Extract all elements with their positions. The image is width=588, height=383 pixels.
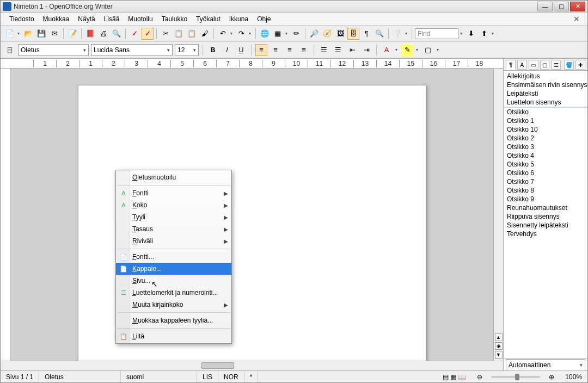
paste-icon[interactable]: 📋 [186,28,198,40]
status-nor[interactable]: NOR [218,371,244,382]
bullets-icon[interactable]: ☰ [332,44,344,56]
status-ins[interactable]: LIS [197,371,218,382]
menu-lisaa[interactable]: Lisää [100,14,124,24]
vertical-ruler[interactable] [1,69,10,361]
minimize-button[interactable]: — [537,2,553,11]
align-center-icon[interactable]: ≡ [270,44,281,56]
new-doc-icon[interactable]: 📄 [4,28,16,40]
zoom-icon[interactable]: 🔍 [373,28,385,40]
zoom-out-icon[interactable]: ⊖ [471,371,488,382]
style-item[interactable]: Otsikko 10 [504,125,587,134]
indent-inc-icon[interactable]: ⇥ [360,44,372,56]
page-styles-tab[interactable]: ▢ [540,60,550,70]
style-item[interactable]: Otsikko 1 [504,116,587,125]
cut-icon[interactable]: ✂ [160,28,171,40]
style-item[interactable]: Otsikko 9 [504,195,587,203]
style-item[interactable]: Allekirjoitus [504,72,587,81]
spellcheck-icon[interactable]: ✓ [128,28,140,40]
find-next-icon[interactable]: ⬆ [478,28,490,40]
style-item[interactable]: Otsikko 6 [504,169,587,177]
context-menu-item[interactable]: 📄Kappale... [116,263,231,275]
char-styles-tab[interactable]: A [517,60,527,70]
context-menu-item[interactable]: 📋Liitä [116,330,231,342]
gallery-icon[interactable]: 🖼 [334,28,346,40]
styles-icon[interactable]: ⌸ [4,44,16,56]
style-item[interactable]: Riippuva sisennys [504,212,587,221]
undo-icon[interactable]: ↶ [217,28,229,40]
preview-icon[interactable]: 🔍 [111,28,122,40]
style-item[interactable]: Ensimmäisen rivin sisennys [504,81,587,89]
context-menu-item[interactable]: Tasaus▶ [116,223,231,235]
nav-up-icon[interactable]: ▲ [495,333,503,341]
indent-dec-icon[interactable]: ⇤ [346,44,358,56]
style-item[interactable]: Otsikko [504,108,587,116]
context-menu-item[interactable]: ☰Luettelomerkit ja numerointi... [116,287,231,299]
draw-icon[interactable]: ✏ [290,28,302,40]
document-canvas[interactable] [10,69,493,361]
copy-icon[interactable]: 📋 [173,28,185,40]
context-menu-item[interactable]: AKoko▶ [116,199,231,211]
menu-ikkuna[interactable]: Ikkuna [225,14,253,24]
horizontal-ruler[interactable]: 12123456789101112131415161718 [1,59,503,69]
find-prev-icon[interactable]: ⬇ [465,28,477,40]
context-menu-item[interactable]: Oletusmuotoilu [116,171,231,183]
style-item[interactable]: Tervehdys [504,230,587,238]
context-menu-item[interactable]: Sivu... [116,275,231,287]
style-item[interactable]: Leipäteksti [504,89,587,98]
find-toolbar-input[interactable]: Find [415,28,458,39]
frame-styles-tab[interactable]: ▭ [529,60,538,70]
view-layout-icon[interactable]: ▤ ▦ 📖 [437,371,472,382]
menu-muotoilu[interactable]: Muotoilu [124,14,157,24]
zoom-in-icon[interactable]: ⊕ [543,371,560,382]
nonprinting-icon[interactable]: ¶ [360,28,372,40]
list-styles-tab[interactable]: ☰ [551,60,561,70]
menu-taulukko[interactable]: Taulukko [157,14,192,24]
highlight-icon[interactable]: ✎ [401,44,413,56]
zoom-slider[interactable] [491,376,540,378]
horizontal-scrollbar[interactable] [1,361,503,370]
style-item[interactable]: Otsikko 3 [504,143,587,151]
context-menu-item[interactable]: 📄Fontti... [116,251,231,263]
font-size-combo[interactable]: 12▾ [175,44,199,56]
pdf-icon[interactable]: 📕 [84,28,96,40]
style-item[interactable]: Otsikko 4 [504,151,587,160]
font-color-icon[interactable]: A [381,44,393,56]
scroll-thumb[interactable] [201,362,234,369]
style-item[interactable]: Otsikko 2 [504,134,587,143]
table-icon[interactable]: ▦ [272,28,284,40]
context-menu-item[interactable]: Muokkaa kappaleen tyyliä... [116,314,231,326]
autospell-icon[interactable]: ✓ [142,28,154,40]
format-paintbrush-icon[interactable]: 🖌 [199,28,211,40]
status-page[interactable]: Sivu 1 / 1 [1,371,39,382]
align-left-icon[interactable]: ≡ [255,44,267,56]
status-style[interactable]: Oletus [39,371,121,382]
menu-tyokalut[interactable]: Työkalut [192,14,225,24]
bgcolor-icon[interactable]: ▢ [422,44,434,56]
status-zoom[interactable]: 100% [560,371,587,382]
navigator-icon[interactable]: 🧭 [321,28,333,40]
align-justify-icon[interactable]: ≡ [298,44,310,56]
menu-tiedosto[interactable]: Tiedosto [5,14,39,24]
paragraph-styles-tab[interactable]: ¶ [506,60,516,70]
underline-icon[interactable]: U [235,44,247,56]
print-icon[interactable]: 🖨 [97,28,109,40]
font-name-combo[interactable]: Lucida Sans▾ [91,44,173,56]
new-style-icon[interactable]: ✚ [575,60,585,70]
style-item[interactable]: Luettelon sisennys [504,98,587,107]
italic-icon[interactable]: I [221,44,233,56]
menu-ohje[interactable]: Ohje [253,14,275,24]
datasources-icon[interactable]: 🗄 [347,28,359,40]
close-button[interactable]: ✕ [570,2,585,11]
style-item[interactable]: Sisennetty leipäteksti [504,221,587,230]
hyperlink-icon[interactable]: 🌐 [259,28,271,40]
style-list[interactable]: AllekirjoitusEnsimmäisen rivin sisennysL… [504,71,587,359]
menu-nayta[interactable]: Näytä [74,14,99,24]
numbering-icon[interactable]: ☰ [318,44,330,56]
context-menu-item[interactable]: AFontti▶ [116,187,231,199]
redo-icon[interactable]: ↷ [235,28,247,40]
nav-target-icon[interactable]: ◉ [495,342,503,350]
fill-format-icon[interactable]: 🪣 [564,60,574,70]
paragraph-style-combo[interactable]: Oletus▾ [18,44,89,56]
context-menu-item[interactable]: Tyyli▶ [116,211,231,223]
style-item[interactable]: Otsikko 5 [504,160,587,169]
